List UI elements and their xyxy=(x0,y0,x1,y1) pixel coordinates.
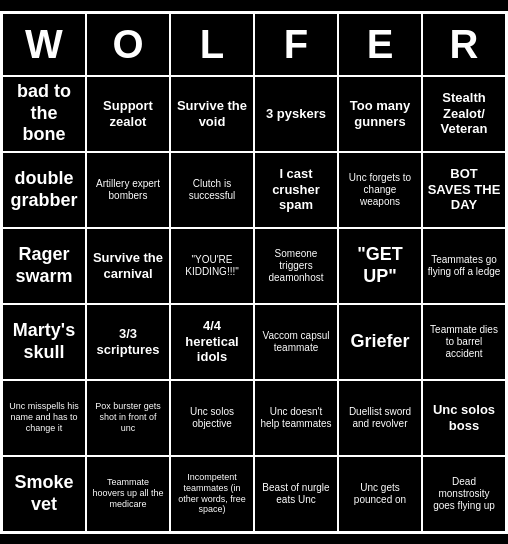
bingo-cell-5[interactable]: Stealth Zealot/ Veteran xyxy=(422,76,506,152)
bingo-cell-30[interactable]: Smoke vet xyxy=(2,456,86,532)
bingo-card: WOLFER bad to the boneSupport zealotSurv… xyxy=(0,11,508,534)
title-letter-o: O xyxy=(86,13,170,76)
bingo-cell-20[interactable]: 4/4 heretical idols xyxy=(170,304,254,380)
bingo-cell-24[interactable]: Unc misspells his name and has to change… xyxy=(2,380,86,456)
bingo-cell-26[interactable]: Unc solos objective xyxy=(170,380,254,456)
bingo-cell-8[interactable]: Clutch is successful xyxy=(170,152,254,228)
bingo-cell-4[interactable]: Too many gunners xyxy=(338,76,422,152)
bingo-cell-29[interactable]: Unc solos boss xyxy=(422,380,506,456)
bingo-cell-3[interactable]: 3 pyskers xyxy=(254,76,338,152)
bingo-cell-13[interactable]: Survive the carnival xyxy=(86,228,170,304)
title-letter-w: W xyxy=(2,13,86,76)
bingo-cell-23[interactable]: Teammate dies to barrel accident xyxy=(422,304,506,380)
bingo-cell-31[interactable]: Teammate hoovers up all the medicare xyxy=(86,456,170,532)
bingo-cell-21[interactable]: Vaccom capsul teammate xyxy=(254,304,338,380)
bingo-cell-7[interactable]: Artillery expert bombers xyxy=(86,152,170,228)
title-letter-f: F xyxy=(254,13,338,76)
bingo-cell-25[interactable]: Pox burster gets shot in front of unc xyxy=(86,380,170,456)
bingo-cell-0[interactable]: bad to the bone xyxy=(2,76,86,152)
bingo-cell-1[interactable]: Support zealot xyxy=(86,76,170,152)
bingo-grid: bad to the boneSupport zealotSurvive the… xyxy=(2,76,506,532)
title-letter-l: L xyxy=(170,13,254,76)
bingo-cell-6[interactable]: double grabber xyxy=(2,152,86,228)
bingo-cell-34[interactable]: Unc gets pounced on xyxy=(338,456,422,532)
bingo-cell-28[interactable]: Duellist sword and revolver xyxy=(338,380,422,456)
bingo-cell-27[interactable]: Unc doesn't help teammates xyxy=(254,380,338,456)
bingo-cell-15[interactable]: Someone triggers deamonhost xyxy=(254,228,338,304)
bingo-cell-12[interactable]: Rager swarm xyxy=(2,228,86,304)
bingo-cell-32[interactable]: Incompetent teammates (in other words, f… xyxy=(170,456,254,532)
bingo-cell-2[interactable]: Survive the void xyxy=(170,76,254,152)
title-letter-r: R xyxy=(422,13,506,76)
title-letter-e: E xyxy=(338,13,422,76)
bingo-cell-35[interactable]: Dead monstrosity goes flying up xyxy=(422,456,506,532)
bingo-cell-11[interactable]: BOT SAVES THE DAY xyxy=(422,152,506,228)
bingo-cell-18[interactable]: Marty's skull xyxy=(2,304,86,380)
bingo-cell-10[interactable]: Unc forgets to change weapons xyxy=(338,152,422,228)
bingo-cell-9[interactable]: I cast crusher spam xyxy=(254,152,338,228)
bingo-cell-16[interactable]: "GET UP" xyxy=(338,228,422,304)
bingo-title: WOLFER xyxy=(2,13,506,76)
bingo-cell-14[interactable]: "YOU'RE KIDDING!!!" xyxy=(170,228,254,304)
bingo-cell-33[interactable]: Beast of nurgle eats Unc xyxy=(254,456,338,532)
bingo-cell-22[interactable]: Griefer xyxy=(338,304,422,380)
bingo-cell-17[interactable]: Teammates go flying off a ledge xyxy=(422,228,506,304)
bingo-cell-19[interactable]: 3/3 scriptures xyxy=(86,304,170,380)
